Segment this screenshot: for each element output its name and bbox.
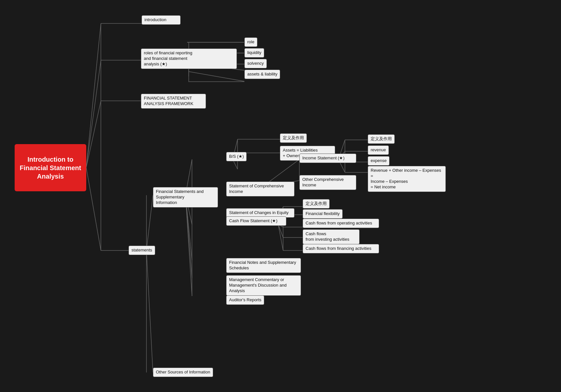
node-mgmt-commentary: Management Commentary orManagement's Dis… xyxy=(226,275,301,296)
node-framework: FINANCIAL STATEMENTANALYSIS FRAMEWORK xyxy=(141,94,206,109)
node-role: role xyxy=(244,37,257,47)
svg-line-21 xyxy=(146,250,153,372)
node-income-expense: expense xyxy=(368,156,390,166)
svg-line-3 xyxy=(86,168,101,250)
svg-line-12 xyxy=(189,72,244,81)
node-bs-def: 定义及作用 xyxy=(280,133,307,143)
node-financial-notes: Financial Notes and SupplementarySchedul… xyxy=(226,258,301,273)
svg-line-27 xyxy=(185,195,192,278)
node-cash-operating: Cash flows from operating activities xyxy=(303,219,379,228)
node-income-revenue: revenue xyxy=(368,145,389,155)
node-cash-flexibility: Financial flexibility xyxy=(303,209,343,219)
node-income-def: 定义及作用 xyxy=(368,134,395,144)
node-liquidity: liquidity xyxy=(244,48,264,58)
root-node: Introduction to Financial Statement Anal… xyxy=(15,144,86,191)
node-auditor: Auditor's Reports xyxy=(226,295,264,305)
node-roles: roles of financial reportingand financia… xyxy=(141,48,237,69)
node-other-sources: Other Sources of Information xyxy=(153,368,213,377)
svg-line-20 xyxy=(146,195,153,250)
node-cash-investing: Cash flowsfrom investing activities xyxy=(303,229,360,244)
node-cash-def: 定义及作用 xyxy=(303,199,330,209)
node-bs: B/S (★) xyxy=(226,152,247,161)
svg-line-1 xyxy=(86,60,101,168)
node-income-stmt: Income Statement (★) xyxy=(299,154,356,163)
mind-map: Introduction to Financial Statement Anal… xyxy=(0,0,561,392)
node-solvency: solvency xyxy=(244,59,267,68)
svg-line-2 xyxy=(86,101,101,168)
node-statements: statements xyxy=(129,246,155,255)
node-financial-statements-supp: Financial Statements and SupplementaryIn… xyxy=(153,187,218,208)
node-other-comprehensive: Other Comprehensive Income xyxy=(299,175,356,190)
svg-line-51 xyxy=(278,224,283,237)
svg-line-52 xyxy=(278,224,283,250)
node-assets-liability: assets & liability xyxy=(244,70,280,79)
node-income-formula: Revenue + Other income – Expenses =Incom… xyxy=(368,166,446,192)
node-cash-financing: Cash flows from financing activities xyxy=(303,244,379,253)
node-introduction: introduction xyxy=(142,15,181,25)
node-stmt-comprehensive: Statement of Comprehensive Income xyxy=(226,182,294,196)
svg-line-28 xyxy=(185,195,192,296)
node-cash-flow: Cash Flow Statement (★) xyxy=(226,216,286,226)
svg-line-0 xyxy=(86,23,101,168)
